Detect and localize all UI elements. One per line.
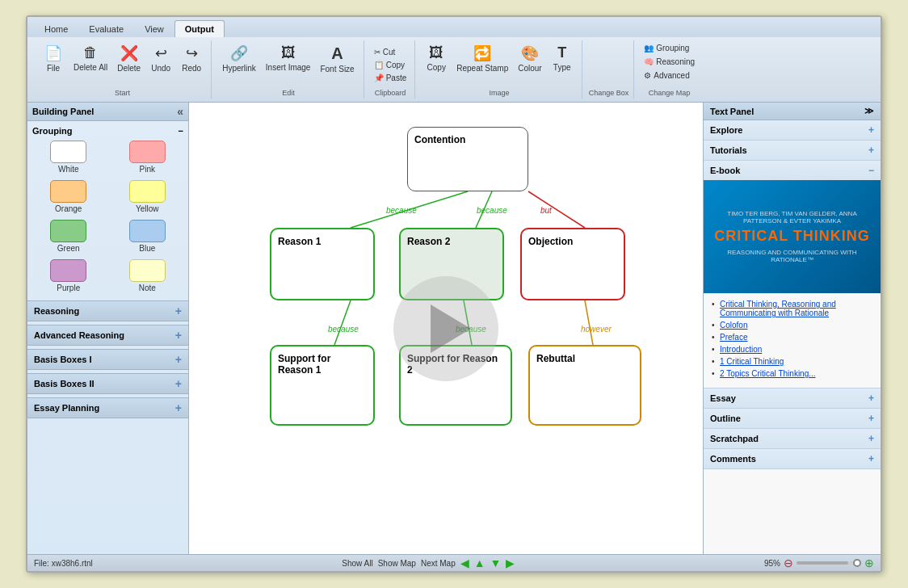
show-map-btn[interactable]: Show Map	[378, 559, 416, 568]
node-contention[interactable]: Contention	[407, 127, 528, 191]
orange-label: Orange	[55, 204, 82, 213]
ribbon: Home Evaluate View Output 📄 File 🗑 Delet…	[27, 17, 881, 103]
node-objection[interactable]: Objection	[520, 228, 625, 300]
book-link-2[interactable]: Preface	[710, 333, 874, 342]
tab-view[interactable]: View	[134, 20, 174, 37]
right-panel: Text Panel ≫ Explore + Tutorials +	[703, 103, 881, 554]
copy-button[interactable]: 📋 Copy	[371, 59, 410, 71]
colour-button[interactable]: 🎨 Colour	[514, 42, 545, 87]
insert-image-icon: 🖼	[281, 44, 296, 61]
advanced-btn[interactable]: ⚙ Advanced	[641, 69, 698, 82]
undo-button[interactable]: ↩ Undo	[146, 42, 175, 87]
color-pink[interactable]: Pink	[111, 141, 184, 174]
scratchpad-expand-icon: +	[868, 433, 874, 444]
essay-planning-section-btn[interactable]: Essay Planning +	[27, 397, 188, 418]
paste-button[interactable]: 📌 Paste	[371, 72, 410, 84]
cut-button[interactable]: ✂ Cut	[371, 46, 410, 58]
purple-swatch	[50, 259, 86, 282]
grouping-btn[interactable]: 👥 Grouping	[641, 42, 698, 54]
blue-swatch	[129, 220, 166, 242]
reasoning-btn[interactable]: 🧠 Reasoning	[641, 56, 698, 68]
nav-right-icon[interactable]: ▶	[506, 556, 515, 569]
book-link-3[interactable]: Introduction	[710, 345, 874, 354]
basis-2-expand-icon: +	[175, 377, 182, 390]
color-yellow[interactable]: Yellow	[111, 180, 184, 213]
outline-header[interactable]: Outline +	[704, 409, 881, 428]
svg-line-5	[585, 300, 593, 345]
tutorials-header[interactable]: Tutorials +	[704, 141, 881, 160]
ebook-header[interactable]: E-book −	[704, 161, 881, 180]
panel-collapse-button[interactable]: «	[177, 105, 183, 118]
nav-down-icon[interactable]: ▼	[490, 556, 502, 569]
explore-header[interactable]: Explore +	[704, 120, 881, 140]
right-panel-expand-icon[interactable]: ≫	[864, 106, 874, 116]
copy-img-button[interactable]: 🖼 Copy	[422, 42, 451, 87]
file-button[interactable]: 📄 File	[39, 42, 68, 87]
book-link-5[interactable]: 2 Topics Critical Thinking...	[710, 369, 874, 378]
basis-boxes-1-section-btn[interactable]: Basis Boxes I +	[27, 349, 188, 370]
color-note[interactable]: Note	[111, 259, 184, 292]
comments-expand-icon: +	[868, 453, 874, 464]
file-icon: 📄	[44, 44, 62, 62]
node-rebuttal[interactable]: Rebuttal	[528, 345, 641, 426]
blue-label: Blue	[139, 244, 155, 253]
zoom-out-icon[interactable]: ⊖	[784, 556, 793, 569]
nav-left-icon[interactable]: ◀	[460, 556, 469, 569]
canvas-area[interactable]: because because but because because howe…	[189, 103, 703, 554]
outline-section: Outline +	[704, 409, 881, 429]
tab-evaluate[interactable]: Evaluate	[78, 20, 134, 37]
font-size-button[interactable]: A Font Size	[316, 42, 358, 87]
node-support1[interactable]: Support for Reason 1	[270, 345, 375, 426]
tutorials-section: Tutorials +	[704, 141, 881, 161]
tab-home[interactable]: Home	[34, 20, 78, 37]
show-all-btn[interactable]: Show All	[342, 559, 372, 568]
color-purple[interactable]: Purple	[32, 259, 105, 292]
color-green[interactable]: Green	[32, 220, 105, 253]
scratchpad-header[interactable]: Scratchpad +	[704, 429, 881, 448]
basis-boxes-2-section-btn[interactable]: Basis Boxes II +	[27, 373, 188, 394]
zoom-in-icon[interactable]: ⊕	[864, 556, 874, 569]
insert-image-button[interactable]: 🖼 Insert Image	[262, 42, 315, 87]
right-panel-header: Text Panel ≫	[704, 103, 881, 120]
support2-connector-label: because	[456, 325, 486, 334]
copy-img-icon: 🖼	[429, 44, 443, 61]
book-link-0[interactable]: Critical Thinking, Reasoning and Communi…	[710, 300, 874, 317]
nav-up-icon[interactable]: ▲	[474, 556, 486, 569]
book-link-1[interactable]: Colofon	[710, 321, 874, 330]
comments-header[interactable]: Comments +	[704, 449, 881, 468]
book-link-4[interactable]: 1 Critical Thinking	[710, 357, 874, 366]
rebuttal-connector-label: however	[581, 325, 612, 334]
delete-all-button[interactable]: 🗑 Delete All	[69, 42, 111, 87]
node-reason2[interactable]: Reason 2	[399, 228, 504, 300]
redo-button[interactable]: ↪ Redo	[177, 42, 206, 87]
app-window: Home Evaluate View Output 📄 File 🗑 Delet…	[26, 15, 882, 573]
green-swatch	[50, 220, 86, 242]
color-white[interactable]: White	[32, 141, 105, 174]
zoom-level: 95%	[764, 559, 780, 568]
type-button[interactable]: T Type	[548, 42, 577, 87]
cut-icon: ✂	[374, 48, 380, 57]
node-reason1[interactable]: Reason 1	[270, 228, 375, 300]
repeat-stamp-button[interactable]: 🔁 Repeat Stamp	[452, 42, 512, 87]
reason1-connector-label: because	[386, 206, 417, 215]
tab-output[interactable]: Output	[174, 20, 225, 37]
zoom-slider[interactable]	[797, 561, 861, 565]
reasoning-section-btn[interactable]: Reasoning +	[27, 300, 188, 321]
essay-header[interactable]: Essay +	[704, 388, 881, 408]
start-label: Start	[115, 87, 130, 97]
color-orange[interactable]: Orange	[32, 180, 105, 213]
reasoning-icon: 🧠	[644, 57, 654, 66]
hyperlink-button[interactable]: 🔗 Hyperlink	[218, 42, 260, 87]
clipboard-label: Clipboard	[375, 87, 406, 97]
delete-button[interactable]: ❌ Delete	[113, 42, 145, 87]
next-map-btn[interactable]: Next Map	[421, 559, 456, 568]
grouping-collapse-icon[interactable]: −	[179, 126, 183, 136]
note-swatch	[129, 259, 166, 282]
delete-icon: ❌	[120, 44, 138, 62]
node-support2[interactable]: Support for Reason 2	[399, 345, 512, 426]
color-blue[interactable]: Blue	[111, 220, 184, 253]
main-area: Building Panel « Grouping − White Pink	[27, 103, 881, 554]
advanced-reasoning-section-btn[interactable]: Advanced Reasoning +	[27, 325, 188, 346]
support1-connector-label: because	[328, 325, 359, 334]
font-size-icon: A	[331, 44, 343, 63]
